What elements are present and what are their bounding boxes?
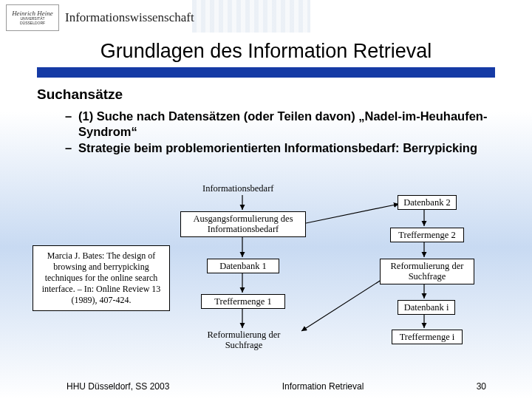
slide-title: Grundlagen des Information Retrieval [0,33,532,67]
footer-center: Information Retrieval [282,381,364,392]
bullet-item: (1) Suche nach Datensätzen (oder Teilen … [65,109,495,139]
bullet-item: Strategie beim problemorientierten Infor… [65,140,495,156]
hhu-logo: Heinrich Heine UNIVERSITÄT DÜSSELDORF [6,4,59,31]
diagram-node-informationsbedarf: Informationsbedarf [202,183,274,194]
bullet-list: (1) Suche nach Datensätzen (oder Teilen … [37,109,495,156]
diagram-node-reformulierung1: Reformulierung der Suchfrage [200,330,288,351]
slide-footer: HHU Düsseldorf, SS 2003 Information Retr… [0,381,532,392]
logo-line3: DÜSSELDORF [20,21,45,26]
berrypicking-diagram: Informationsbedarf Ausgangsformulierung … [176,183,501,361]
diagram-node-treffermenge2: Treffermenge 2 [390,228,464,242]
diagram-node-datenbank1: Datenbank 1 [207,259,279,273]
diagram-node-reformulierung2: Reformulierung der Suchfrage [380,259,474,284]
citation-box: Marcia J. Bates: The design of browsing … [33,245,170,311]
slide-header: Heinrich Heine UNIVERSITÄT DÜSSELDORF In… [0,0,532,33]
diagram-node-datenbank-i: Datenbank i [398,300,455,315]
diagram-node-ausgangsformulierung: Ausgangsformulierung des Informationsbed… [180,211,306,237]
svg-line-4 [306,204,399,223]
footer-right: 30 [477,381,486,392]
footer-left: HHU Düsseldorf, SS 2003 [66,381,169,392]
department-label: Informationswissenschaft [65,10,194,25]
diagram-node-datenbank2: Datenbank 2 [398,195,457,210]
section-heading: Suchansätze [37,86,495,103]
diagram-node-treffermenge-i: Treffermenge i [392,330,463,344]
diagram-node-treffermenge1: Treffermenge 1 [201,294,285,309]
title-underline [37,67,495,78]
content-section: Suchansätze (1) Suche nach Datensätzen (… [0,78,532,156]
